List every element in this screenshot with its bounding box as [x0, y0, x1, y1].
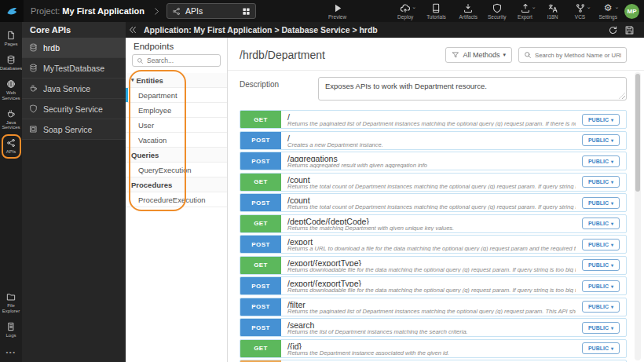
api-path: /export [287, 237, 576, 245]
topbar-action[interactable]: Export [517, 3, 534, 20]
user-avatar[interactable]: MP [624, 4, 639, 19]
endpoint-row[interactable]: Department [126, 88, 227, 103]
sidebar-item[interactable]: Web Services [1, 75, 22, 105]
visibility-dropdown[interactable]: PUBLIC [582, 342, 620, 354]
sidebar-item-label: Databases [0, 66, 22, 71]
wavemaker-studio: Project:My First Application APIs Previe… [0, 0, 644, 362]
method-badge: POST [240, 194, 281, 211]
topbar-action[interactable]: Deploy [397, 3, 414, 20]
topbar-action[interactable]: Preview [328, 3, 346, 20]
resource-title: /hrdb/Department [240, 49, 325, 61]
api-row[interactable]: POST /filter Returns the paginated list … [240, 298, 627, 316]
api-description: Returns the matching Department with giv… [287, 225, 576, 231]
filter-icon [452, 51, 459, 59]
visibility-dropdown[interactable]: PUBLIC [582, 155, 620, 167]
api-row[interactable]: POST /export/{exportType} Returns downlo… [240, 276, 627, 295]
core-api-item-icon [29, 43, 38, 52]
sidebar-item[interactable]: File Explorer [1, 288, 22, 318]
topbar-action-label: Artifacts [459, 14, 478, 20]
collapse-panel-icon[interactable] [128, 25, 137, 35]
refresh-icon[interactable] [608, 25, 618, 35]
api-row[interactable]: POST /export Returns a URL to download a… [240, 235, 627, 254]
endpoint-row[interactable]: QueryExecution [126, 163, 227, 177]
api-row[interactable]: POST /aggregations Returns aggregated re… [240, 152, 627, 170]
topbar-action-icon [489, 3, 505, 13]
sidebar-item[interactable]: Java Services [1, 105, 22, 135]
visibility-dropdown[interactable]: PUBLIC [582, 239, 620, 250]
visibility-dropdown[interactable]: PUBLIC [582, 218, 620, 229]
endpoints-search-input[interactable] [147, 57, 216, 64]
core-api-item-icon [29, 125, 38, 133]
description-label: Description [240, 77, 318, 101]
visibility-dropdown[interactable]: PUBLIC [582, 197, 620, 209]
core-api-item[interactable]: hrdb [22, 38, 126, 58]
visibility-dropdown[interactable]: PUBLIC [582, 176, 620, 188]
visibility-dropdown[interactable]: PUBLIC [582, 259, 620, 271]
api-row[interactable]: GET / Returns the paginated list of Depa… [240, 110, 627, 129]
save-icon[interactable] [624, 25, 635, 35]
method-badge: GET [240, 111, 281, 128]
visibility-dropdown[interactable]: PUBLIC [582, 301, 620, 313]
api-detail-panel: /hrdb/Department All Methods ▾ [228, 38, 644, 362]
sidebar-item[interactable]: Databases [1, 51, 22, 75]
apis-workspace-tab[interactable]: APIs [166, 3, 256, 19]
api-row[interactable]: GET /count Returns the total count of De… [240, 173, 627, 192]
method-search[interactable] [518, 47, 627, 63]
topbar-action[interactable]: Tutorials [426, 3, 446, 20]
methods-filter-dropdown[interactable]: All Methods ▾ [445, 47, 512, 63]
endpoint-row[interactable]: ProcedureExecution [126, 192, 227, 207]
method-search-input[interactable] [535, 52, 621, 59]
sidebar-more-button[interactable]: ••• [6, 342, 16, 360]
core-api-item-icon [29, 64, 38, 72]
api-description: Returns the paginated list of Department… [287, 120, 576, 126]
api-row[interactable]: POST / Creates a new Department instance… [240, 131, 627, 150]
endpoints-title: Endpoints [126, 38, 227, 54]
core-api-item[interactable]: Security Service [22, 99, 126, 119]
endpoints-search[interactable] [132, 54, 221, 67]
core-api-item[interactable]: MyTestDatabase [22, 58, 126, 79]
endpoint-row[interactable]: Queries [126, 148, 227, 163]
sidebar-item[interactable]: Pages [1, 27, 22, 51]
topbar-action-label: I18N [547, 14, 558, 20]
core-api-item[interactable]: Java Service [22, 79, 126, 99]
endpoint-row[interactable]: ▾ Entities [126, 73, 227, 88]
endpoint-row-label: Queries [131, 151, 159, 159]
api-row[interactable]: GET /{id} Returns the Department instanc… [240, 339, 627, 358]
api-path: /search [287, 320, 576, 328]
scrollbar-thumb[interactable] [635, 74, 640, 192]
topbar-action[interactable]: Artifacts [459, 3, 478, 20]
sidebar-item[interactable]: APIs [1, 134, 22, 159]
api-row[interactable]: POST /count Returns the total count of D… [240, 193, 627, 212]
api-path: /export/{exportType} [287, 258, 576, 266]
core-api-item[interactable]: Soap Service [22, 119, 126, 140]
api-row[interactable]: GET /deptCode/{deptCode} Returns the mat… [240, 214, 627, 233]
method-badge: POST [240, 319, 281, 336]
topbar-actions-right: Artifacts Security Export I18N [459, 3, 617, 20]
api-description: Returns aggregated result with given agg… [287, 162, 576, 168]
endpoint-row[interactable]: Employee [126, 103, 227, 118]
grid-icon[interactable] [242, 7, 251, 16]
api-list: GET / Returns the paginated list of Depa… [240, 110, 627, 362]
api-row[interactable]: GET /export/{exportType} Returns downloa… [240, 256, 627, 275]
topbar-action[interactable]: VCS [572, 3, 589, 20]
endpoint-row[interactable]: Vacation [126, 133, 227, 148]
api-row[interactable]: POST /search Returns the list of Departm… [240, 318, 627, 337]
api-description: Creates a new Department instance. [287, 141, 576, 148]
topbar-action-label: Export [518, 14, 532, 20]
visibility-dropdown[interactable]: PUBLIC [582, 114, 620, 126]
description-textarea[interactable]: Exposes APIs to work with Department res… [318, 77, 627, 101]
api-path: /deptCode/{deptCode} [287, 217, 576, 225]
visibility-dropdown[interactable]: PUBLIC [582, 280, 620, 292]
visibility-dropdown[interactable]: PUBLIC [582, 322, 620, 334]
topbar-action[interactable]: Security [488, 3, 506, 20]
scrollbar-track[interactable] [635, 72, 641, 360]
visibility-dropdown[interactable]: PUBLIC [582, 134, 620, 146]
topbar-action[interactable]: ⚙ Settings [599, 3, 618, 20]
sidebar-item-label: APIs [6, 149, 16, 155]
endpoint-row[interactable]: User [126, 118, 227, 133]
sidebar-item[interactable]: Logs [1, 318, 22, 342]
sidebar-item-icon [6, 55, 16, 64]
endpoint-row[interactable]: Procedures [126, 177, 227, 192]
search-icon [137, 57, 144, 64]
topbar-action[interactable]: I18N [544, 3, 562, 20]
